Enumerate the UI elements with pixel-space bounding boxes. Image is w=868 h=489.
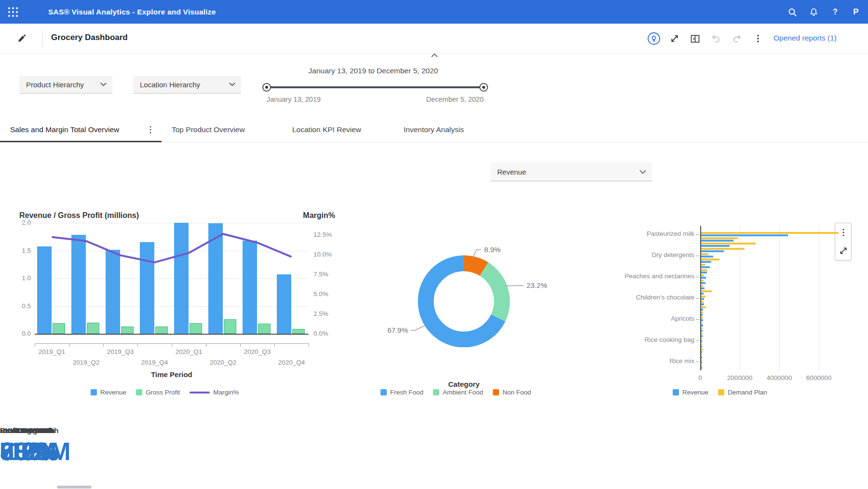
demand-plan-bar[interactable] [701,274,704,276]
revenue-hbar[interactable] [701,351,702,353]
gross-profit-swatch [136,389,142,395]
revenue-hbar[interactable] [701,282,705,284]
demand-plan-bar[interactable] [701,232,839,234]
revenue-hbar[interactable] [701,319,703,321]
demand-plan-bar[interactable] [701,296,705,298]
top-app-bar: SAS® Visual Analytics - Explore and Visu… [0,0,868,24]
hbar-category-tick [696,256,699,257]
hbar-category-tick [696,319,699,320]
search-icon[interactable] [786,6,799,18]
edit-pencil-icon[interactable] [14,32,28,45]
redo-icon[interactable] [731,32,744,45]
revenue-hbar[interactable] [701,309,703,311]
hbar-legend: Revenue Demand Plan [673,389,767,396]
tab-sales-and-margin-total-overview[interactable]: Sales and Margin Total Overview [10,117,119,142]
revenue-hbar[interactable] [701,367,702,369]
demand-plan-bar[interactable] [701,322,702,324]
legend-item-demand-plan: Demand Plan [718,389,767,396]
help-icon[interactable]: ? [829,6,841,18]
location-hierarchy-label: Location Hierarchy [140,81,200,89]
revenue-hbar[interactable] [701,303,704,305]
date-start-label: January 13, 2019 [267,95,321,103]
demand-plan-bar[interactable] [701,306,706,308]
ambient-food-swatch [433,389,439,395]
revenue-hbar[interactable] [701,356,702,358]
demand-plan-bar[interactable] [701,243,756,244]
location-hierarchy-dropdown[interactable]: Location Hierarchy [133,76,241,94]
layout-panel-icon[interactable] [688,32,702,45]
measure-dropdown[interactable]: Revenue [490,163,652,181]
demand-plan-bar[interactable] [701,354,702,356]
demand-plan-bar[interactable] [701,237,738,239]
report-title: Grocery Dashboard [51,33,128,42]
revenue-hbar[interactable] [701,325,703,326]
suggestions-lightbulb-icon[interactable] [647,32,661,45]
revenue-hbar[interactable] [701,298,704,300]
demand-plan-bar[interactable] [701,333,703,335]
revenue-hbar[interactable] [701,266,710,268]
demand-plan-bar[interactable] [701,343,702,345]
revenue-hbar[interactable] [701,335,703,337]
revenue-hbar[interactable] [701,256,713,258]
demand-plan-bar[interactable] [701,327,702,329]
x-axis-label: 2020_Q4 [272,359,311,366]
demand-plan-bar[interactable] [701,248,745,250]
demand-plan-bar[interactable] [701,290,712,292]
demand-plan-bar[interactable] [701,264,705,266]
tab-top-product-overview[interactable]: Top Product Overview [172,117,245,142]
revenue-hbar[interactable] [701,261,711,263]
left-axis-tick: 0.5 [14,302,31,310]
date-slider-track[interactable] [267,86,484,88]
date-slider-handle-end[interactable] [479,83,488,92]
active-tab-menu-icon[interactable] [147,124,155,135]
undo-icon[interactable] [709,32,722,45]
revenue-hbar[interactable] [701,346,702,348]
left-axis-tick: 1.5 [14,247,31,254]
demand-plan-bar[interactable] [701,280,704,282]
demand-plan-bar[interactable] [701,317,703,319]
demand-plan-bar[interactable] [701,359,702,361]
fullscreen-expand-icon[interactable] [668,32,681,45]
x-axis-tick [103,343,104,347]
x-axis-tick [69,343,69,347]
tab-location-kpi-review[interactable]: Location KPI Review [292,117,361,142]
demand-plan-bar[interactable] [701,365,702,367]
horizontal-scrollbar-thumb[interactable] [57,486,92,489]
more-options-kebab-icon[interactable] [751,32,765,45]
revenue-hbar[interactable] [701,340,702,342]
hbar-category-label: Dry detergents [547,251,694,258]
revenue-hbar[interactable] [701,287,705,289]
right-axis-tick: 5.0% [313,290,328,298]
demand-plan-bar[interactable] [701,258,719,260]
demand-plan-bar[interactable] [701,312,703,313]
x-axis-label: 2019_Q4 [136,359,174,366]
revenue-hbar[interactable] [701,330,703,332]
demand-plan-bar[interactable] [701,349,703,351]
date-slider-handle-start[interactable] [262,83,271,92]
demand-plan-bar[interactable] [701,285,703,287]
app-launcher-icon[interactable] [7,6,19,18]
right-axis-tick: 10.0% [313,251,332,258]
revenue-hbar[interactable] [701,245,730,247]
category-donut-chart: 8.9% 23.2% 67.9% [376,231,579,347]
revenue-hbar[interactable] [701,234,788,236]
demand-plan-bar[interactable] [701,301,704,303]
chart-maximize-icon[interactable] [835,243,851,259]
opened-reports-link[interactable]: Opened reports (1) [773,34,837,42]
revenue-hbar[interactable] [701,293,704,295]
revenue-hbar[interactable] [701,272,707,273]
demand-plan-bar[interactable] [701,338,702,340]
revenue-hbar[interactable] [701,250,724,252]
revenue-hbar[interactable] [701,277,706,279]
notifications-bell-icon[interactable] [807,6,820,18]
revenue-hbar[interactable] [701,314,703,316]
demand-plan-bar[interactable] [701,269,707,271]
demand-plan-bar[interactable] [701,253,708,255]
user-avatar[interactable]: P [850,6,862,18]
kpi-sku-ly-growth: SKU LY Growth-12% [0,426,59,466]
revenue-hbar[interactable] [701,240,733,242]
product-hierarchy-dropdown[interactable]: Product Hierarchy [19,76,112,94]
revenue-hbar[interactable] [701,362,702,364]
tab-inventory-analysis[interactable]: Inventory Analysis [404,117,464,142]
collapse-filters-caret-icon[interactable] [431,51,438,56]
